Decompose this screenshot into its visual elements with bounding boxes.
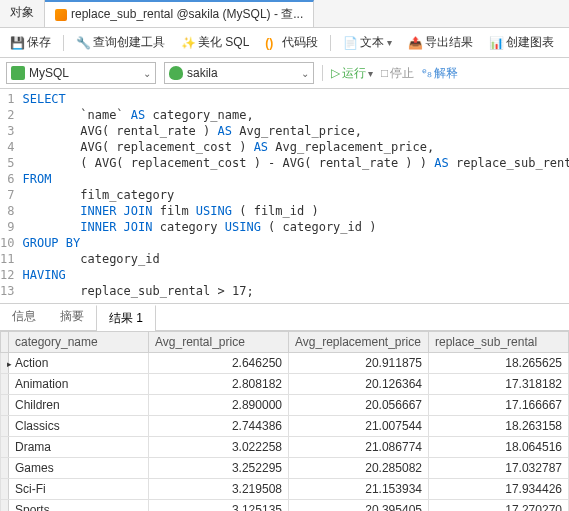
text-icon: 📄 (343, 36, 357, 50)
chevron-down-icon: ⌄ (301, 68, 309, 79)
row-marker (1, 395, 9, 416)
connection-row: MySQL ⌄ sakila ⌄ ▷运行▾ □停止 ᵉ₈解释 (0, 58, 569, 89)
separator (330, 35, 331, 51)
run-label: 运行 (342, 65, 366, 82)
tab-info[interactable]: 信息 (0, 304, 48, 330)
export-button[interactable]: 📤导出结果 (404, 32, 477, 53)
tab-query[interactable]: replace_sub_rental @sakila (MySQL) - 查..… (45, 0, 314, 27)
table-row[interactable]: Sci-Fi3.21950821.15393417.934426 (1, 479, 569, 500)
cell-replacement[interactable]: 21.007544 (289, 416, 429, 437)
snippet-button[interactable]: ()代码段 (261, 32, 322, 53)
tab-profile[interactable]: 摘要 (48, 304, 96, 330)
chart-icon: 📊 (489, 36, 503, 50)
table-row[interactable]: Drama3.02225821.08677418.064516 (1, 437, 569, 458)
cell-category[interactable]: Sci-Fi (9, 479, 149, 500)
database-value: sakila (187, 66, 218, 80)
run-button[interactable]: ▷运行▾ (331, 65, 373, 82)
cell-rental[interactable]: 2.808182 (149, 374, 289, 395)
cell-diff[interactable]: 17.270270 (429, 500, 569, 512)
tab-object[interactable]: 对象 (0, 0, 45, 27)
save-button[interactable]: 💾保存 (6, 32, 55, 53)
mysql-icon (11, 66, 25, 80)
row-marker (1, 500, 9, 512)
row-marker-header (1, 332, 9, 353)
table-row[interactable]: Sports3.12513520.39540517.270270 (1, 500, 569, 512)
cell-replacement[interactable]: 20.911875 (289, 353, 429, 374)
beautify-button[interactable]: ✨美化 SQL (177, 32, 253, 53)
tab-result[interactable]: 结果 1 (96, 305, 156, 331)
database-icon (169, 66, 183, 80)
line-gutter: 12345678910111213 (0, 91, 22, 299)
separator (322, 65, 323, 81)
wand-icon: ✨ (181, 36, 195, 50)
cell-category[interactable]: Sports (9, 500, 149, 512)
cell-rental[interactable]: 3.022258 (149, 437, 289, 458)
table-row[interactable]: Animation2.80818220.12636417.318182 (1, 374, 569, 395)
cell-category[interactable]: Animation (9, 374, 149, 395)
cell-replacement[interactable]: 20.126364 (289, 374, 429, 395)
cell-diff[interactable]: 18.263158 (429, 416, 569, 437)
row-marker (1, 416, 9, 437)
table-row[interactable]: Action2.64625020.91187518.265625 (1, 353, 569, 374)
cell-rental[interactable]: 3.219508 (149, 479, 289, 500)
brace-icon: () (265, 36, 279, 50)
cell-category[interactable]: Games (9, 458, 149, 479)
chevron-down-icon: ▾ (368, 68, 373, 79)
cell-diff[interactable]: 18.064516 (429, 437, 569, 458)
export-label: 导出结果 (425, 34, 473, 51)
stop-label: 停止 (390, 65, 414, 82)
table-row[interactable]: Classics2.74438621.00754418.263158 (1, 416, 569, 437)
row-marker (1, 353, 9, 374)
top-tabs: 对象 replace_sub_rental @sakila (MySQL) - … (0, 0, 569, 28)
col-replace-sub-rental[interactable]: replace_sub_rental (429, 332, 569, 353)
cell-rental[interactable]: 3.252295 (149, 458, 289, 479)
cell-diff[interactable]: 17.166667 (429, 395, 569, 416)
cell-diff[interactable]: 17.032787 (429, 458, 569, 479)
cell-rental[interactable]: 3.125135 (149, 500, 289, 512)
cell-category[interactable]: Children (9, 395, 149, 416)
chart-button[interactable]: 📊创建图表 (485, 32, 558, 53)
row-marker (1, 374, 9, 395)
row-marker (1, 437, 9, 458)
tab-query-label: replace_sub_rental @sakila (MySQL) - 查..… (71, 7, 303, 21)
col-avg-rental-price[interactable]: Avg_rental_price (149, 332, 289, 353)
separator (63, 35, 64, 51)
col-category-name[interactable]: category_name (9, 332, 149, 353)
connection-dropdown[interactable]: MySQL ⌄ (6, 62, 156, 84)
cell-replacement[interactable]: 21.153934 (289, 479, 429, 500)
col-avg-replacement-price[interactable]: Avg_replacement_price (289, 332, 429, 353)
explain-button[interactable]: ᵉ₈解释 (422, 65, 458, 82)
cell-rental[interactable]: 2.744386 (149, 416, 289, 437)
builder-icon: 🔧 (76, 36, 90, 50)
cell-category[interactable]: Drama (9, 437, 149, 458)
cell-replacement[interactable]: 20.056667 (289, 395, 429, 416)
cell-rental[interactable]: 2.890000 (149, 395, 289, 416)
cell-diff[interactable]: 18.265625 (429, 353, 569, 374)
beautify-label: 美化 SQL (198, 34, 249, 51)
cell-replacement[interactable]: 20.285082 (289, 458, 429, 479)
cell-replacement[interactable]: 20.395405 (289, 500, 429, 512)
cell-rental[interactable]: 2.646250 (149, 353, 289, 374)
database-dropdown[interactable]: sakila ⌄ (164, 62, 314, 84)
save-icon: 💾 (10, 36, 24, 50)
chevron-down-icon: ⌄ (143, 68, 151, 79)
code-area[interactable]: SELECT `name` AS category_name, AVG( ren… (22, 91, 569, 299)
save-label: 保存 (27, 34, 51, 51)
chart-label: 创建图表 (506, 34, 554, 51)
row-marker (1, 458, 9, 479)
explain-icon: ᵉ₈ (422, 66, 432, 80)
builder-button[interactable]: 🔧查询创建工具 (72, 32, 169, 53)
table-row[interactable]: Games3.25229520.28508217.032787 (1, 458, 569, 479)
cell-diff[interactable]: 17.318182 (429, 374, 569, 395)
cell-replacement[interactable]: 21.086774 (289, 437, 429, 458)
cell-category[interactable]: Action (9, 353, 149, 374)
text-label: 文本 (360, 34, 384, 51)
export-icon: 📤 (408, 36, 422, 50)
cell-diff[interactable]: 17.934426 (429, 479, 569, 500)
sql-editor[interactable]: 12345678910111213 SELECT `name` AS categ… (0, 89, 569, 299)
stop-button[interactable]: □停止 (381, 65, 414, 82)
cell-category[interactable]: Classics (9, 416, 149, 437)
result-grid[interactable]: category_name Avg_rental_price Avg_repla… (0, 331, 569, 511)
table-row[interactable]: Children2.89000020.05666717.166667 (1, 395, 569, 416)
text-button[interactable]: 📄文本▾ (339, 32, 396, 53)
